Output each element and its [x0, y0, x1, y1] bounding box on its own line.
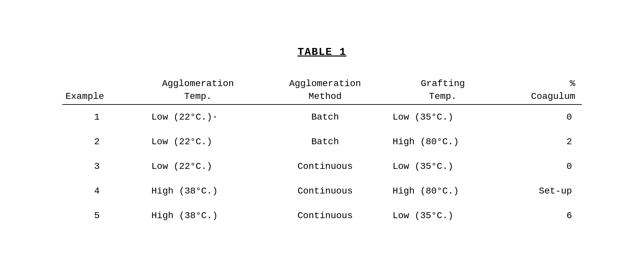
cell-graft-temp: Low (35°C.): [386, 104, 500, 129]
header-agg-method: Agglomeration Method: [264, 75, 386, 104]
header-example: Example: [62, 75, 132, 104]
cell-coagulum: 6: [500, 203, 582, 228]
cell-agg-temp: High (38°C.): [132, 179, 264, 203]
cell-agg-temp: Low (22°C.)·: [132, 104, 264, 129]
cell-agg-method: Continuous: [264, 154, 386, 179]
cell-coagulum: Set-up: [500, 179, 582, 203]
cell-agg-method: Continuous: [264, 179, 386, 203]
cell-agg-method: Continuous: [264, 203, 386, 228]
page-container: TABLE 1 Example Agglomeration Temp. Aggl…: [42, 33, 602, 241]
table-row: 5 High (38°C.) Continuous Low (35°C.) 6: [62, 203, 582, 228]
cell-agg-method: Batch: [264, 104, 386, 129]
header-coagulum: % Coagulum: [500, 75, 582, 104]
cell-agg-method: Batch: [264, 129, 386, 154]
data-table: Example Agglomeration Temp. Agglomeratio…: [62, 75, 582, 228]
table-row: 1 Low (22°C.)· Batch Low (35°C.) 0: [62, 104, 582, 129]
cell-graft-temp: High (80°C.): [386, 129, 500, 154]
cell-agg-temp: Low (22°C.): [132, 129, 264, 154]
cell-agg-temp: Low (22°C.): [132, 154, 264, 179]
cell-coagulum: 0: [500, 154, 582, 179]
cell-agg-temp: High (38°C.): [132, 203, 264, 228]
table-title: TABLE 1: [62, 46, 582, 58]
cell-coagulum: 0: [500, 104, 582, 129]
cell-graft-temp: High (80°C.): [386, 179, 500, 203]
cell-example: 5: [62, 203, 132, 228]
table-row: 2 Low (22°C.) Batch High (80°C.) 2: [62, 129, 582, 154]
table-row: 4 High (38°C.) Continuous High (80°C.) S…: [62, 179, 582, 203]
cell-example: 2: [62, 129, 132, 154]
cell-example: 4: [62, 179, 132, 203]
header-agg-temp: Agglomeration Temp.: [132, 75, 264, 104]
table-row: 3 Low (22°C.) Continuous Low (35°C.) 0: [62, 154, 582, 179]
header-graft-temp: Grafting Temp.: [386, 75, 500, 104]
cell-graft-temp: Low (35°C.): [386, 203, 500, 228]
cell-coagulum: 2: [500, 129, 582, 154]
cell-example: 3: [62, 154, 132, 179]
cell-graft-temp: Low (35°C.): [386, 154, 500, 179]
cell-example: 1: [62, 104, 132, 129]
